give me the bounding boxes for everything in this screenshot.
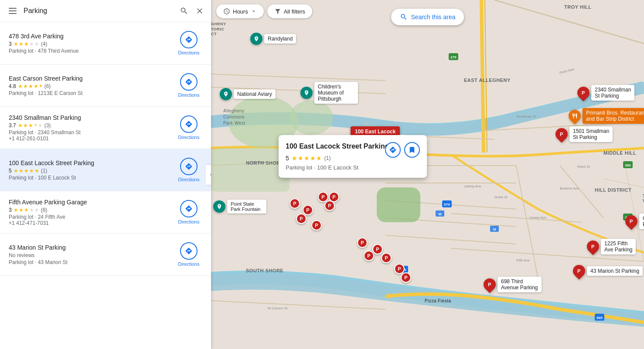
pin-small-13[interactable]: P bbox=[401, 272, 411, 283]
directions-button-6[interactable]: Directions bbox=[174, 241, 204, 268]
map-background: M M 579 376 885 279 380 380 S Commons Sm… bbox=[211, 0, 644, 349]
popup-actions bbox=[385, 142, 420, 158]
directions-button-4[interactable]: Directions bbox=[174, 156, 204, 184]
filters-bar: Hours All filters bbox=[211, 0, 317, 23]
svg-text:Liberty Ave: Liberty Ave bbox=[464, 184, 481, 188]
search-input[interactable] bbox=[24, 7, 174, 15]
search-button[interactable] bbox=[178, 5, 190, 17]
pin-point-state[interactable]: Point State Park Fountain bbox=[213, 200, 266, 213]
national-aviary-label: National Aviary bbox=[234, 89, 276, 99]
hours-filter-button[interactable]: Hours bbox=[216, 4, 264, 18]
result-info-1: 478 3rd Ave Parking 3 ★ ★ ★ ★ ★ (4) Park… bbox=[9, 33, 174, 54]
svg-text:Fifth Ave: Fifth Ave bbox=[516, 258, 530, 262]
pin-small-4[interactable]: P bbox=[311, 220, 322, 230]
directions-circle-2 bbox=[180, 73, 198, 91]
popup-save-button[interactable] bbox=[404, 142, 420, 158]
search-this-area-button[interactable]: Search this area bbox=[391, 9, 464, 25]
randyland-label: Randyland bbox=[264, 34, 296, 44]
close-icon bbox=[195, 7, 204, 15]
review-count-3: (3) bbox=[44, 122, 51, 129]
pin-1225-fifth[interactable]: P 1225 FifthAve Parking bbox=[587, 239, 636, 254]
result-item-5[interactable]: Fifth Avenue Parking Garage 3 ★ ★ ★ ★ ★ … bbox=[0, 191, 211, 234]
result-info-5: Fifth Avenue Parking Garage 3 ★ ★ ★ ★ ★ … bbox=[9, 199, 174, 226]
menu-button[interactable] bbox=[5, 4, 20, 17]
pin-primanti-bros[interactable]: Primanti Bros. Restaurantand Bar Strip D… bbox=[569, 108, 644, 124]
directions-label-1: Directions bbox=[178, 50, 200, 55]
result-info-2: East Carson Street Parking 4.8 ★ ★ ★ ★ ★… bbox=[9, 75, 174, 96]
pin-2340-smallman[interactable]: P 2340 SmallmanSt Parking bbox=[577, 85, 634, 101]
directions-label-2: Directions bbox=[178, 92, 200, 98]
pin-crawford-square-label: Crawford SquareParking Lot bbox=[639, 213, 644, 229]
pin-randyland[interactable]: Randyland bbox=[250, 33, 296, 45]
result-phone-3: +1 412-261-0101 bbox=[9, 136, 174, 142]
pin-43-marion-label: 43 Marion St Parking bbox=[587, 266, 643, 276]
pin-small-1[interactable]: P bbox=[290, 198, 300, 209]
directions-label-4: Directions bbox=[178, 177, 200, 182]
map-area[interactable]: M M 579 376 885 279 380 380 S Commons Sm… bbox=[211, 0, 644, 349]
all-filters-button[interactable]: All filters bbox=[267, 4, 312, 18]
pin-small-8[interactable]: P bbox=[357, 237, 368, 248]
popup-meta: Parking lot · 100 E Lacock St bbox=[286, 164, 420, 171]
pin-crawford-square-icon: P bbox=[623, 213, 640, 230]
popup-stars: ★ ★ ★ ★ ★ bbox=[292, 155, 322, 162]
point-state-label: Point State Park Fountain bbox=[227, 200, 266, 213]
svg-text:Bedford Ave: Bedford Ave bbox=[560, 186, 579, 190]
pin-2340-smallman-icon: P bbox=[575, 84, 592, 102]
search-this-area-label: Search this area bbox=[411, 14, 456, 20]
result-meta-3: Parking lot · 2340 Smallman St bbox=[9, 129, 174, 136]
review-count-1: (4) bbox=[41, 41, 48, 47]
chevron-down-icon bbox=[251, 8, 257, 14]
review-count-4: (1) bbox=[41, 168, 48, 174]
directions-circle-4 bbox=[180, 158, 198, 175]
svg-text:Centre Ave: Centre Ave bbox=[529, 216, 547, 220]
result-item-3[interactable]: 2340 Smallman St Parking 3.7 ★ ★ ★ ★ ★ (… bbox=[0, 107, 211, 149]
pin-small-3[interactable]: P bbox=[296, 213, 307, 224]
search-bar bbox=[0, 0, 211, 22]
results-list: 478 3rd Ave Parking 3 ★ ★ ★ ★ ★ (4) Park… bbox=[0, 22, 211, 349]
result-rating-row-5: 3 ★ ★ ★ ★ ★ (8) bbox=[9, 207, 174, 213]
popup-directions-button[interactable] bbox=[385, 142, 401, 158]
svg-rect-22 bbox=[377, 187, 420, 222]
stars-3: ★ ★ ★ ★ ★ bbox=[18, 122, 43, 129]
result-name-3: 2340 Smallman St Parking bbox=[9, 114, 174, 121]
pin-698-third-label: 698 ThirdAvenue Parking bbox=[497, 277, 542, 292]
directions-icon-1 bbox=[185, 36, 193, 44]
pin-698-third[interactable]: P 698 ThirdAvenue Parking bbox=[484, 277, 542, 292]
result-item-2[interactable]: East Carson Street Parking 4.8 ★ ★ ★ ★ ★… bbox=[0, 64, 211, 107]
directions-icon-2 bbox=[185, 78, 193, 86]
point-state-icon bbox=[213, 200, 225, 213]
directions-button-2[interactable]: Directions bbox=[174, 71, 204, 99]
result-item-6[interactable]: 43 Marion St Parking No reviews Parking … bbox=[0, 234, 211, 276]
popup-directions-icon bbox=[389, 146, 397, 154]
svg-text:885: 885 bbox=[596, 316, 603, 320]
directions-label-5: Directions bbox=[178, 219, 200, 224]
childrens-museum-label: Children's Museum of Pittsburgh bbox=[314, 82, 358, 104]
result-item-4[interactable]: 100 East Lacock Street Parking 5 ★ ★ ★ ★… bbox=[0, 149, 211, 191]
result-phone-5: +1 412-471-7031 bbox=[9, 220, 174, 226]
sidebar-toggle[interactable] bbox=[206, 164, 211, 185]
pin-1501-smallman[interactable]: P 1501 SmallmanSt Parking bbox=[555, 126, 613, 142]
clear-button[interactable] bbox=[194, 5, 206, 17]
result-rating-row-4: 5 ★ ★ ★ ★ ★ (1) bbox=[9, 168, 174, 174]
result-meta-6: Parking lot · 43 Marion St bbox=[9, 259, 174, 265]
menu-icon bbox=[7, 6, 18, 16]
pin-crawford-square[interactable]: P Crawford SquareParking Lot bbox=[625, 213, 644, 229]
directions-button-3[interactable]: Directions bbox=[174, 114, 204, 142]
search-area-icon bbox=[400, 13, 408, 21]
pin-national-aviary[interactable]: National Aviary bbox=[220, 88, 276, 100]
popup-rating-num: 5 bbox=[286, 155, 289, 162]
directions-button-5[interactable]: Directions bbox=[174, 198, 204, 226]
svg-text:Reed St: Reed St bbox=[577, 165, 590, 169]
pin-childrens-museum[interactable]: Children's Museum of Pittsburgh bbox=[300, 82, 358, 104]
svg-text:Smallman St: Smallman St bbox=[516, 115, 536, 119]
stars-4: ★ ★ ★ ★ ★ bbox=[14, 168, 39, 174]
pin-43-marion-icon: P bbox=[570, 262, 588, 280]
result-meta-5: Parking lot · 24 Fifth Ave bbox=[9, 214, 174, 220]
result-item-1[interactable]: 478 3rd Ave Parking 3 ★ ★ ★ ★ ★ (4) Park… bbox=[0, 22, 211, 64]
directions-button-1[interactable]: Directions bbox=[174, 29, 204, 57]
pin-small-11[interactable]: P bbox=[381, 253, 392, 263]
pin-43-marion[interactable]: P 43 Marion St Parking bbox=[573, 265, 643, 277]
directions-circle-5 bbox=[180, 200, 198, 217]
pin-small-7[interactable]: P bbox=[324, 200, 335, 211]
directions-icon-4 bbox=[185, 163, 193, 170]
